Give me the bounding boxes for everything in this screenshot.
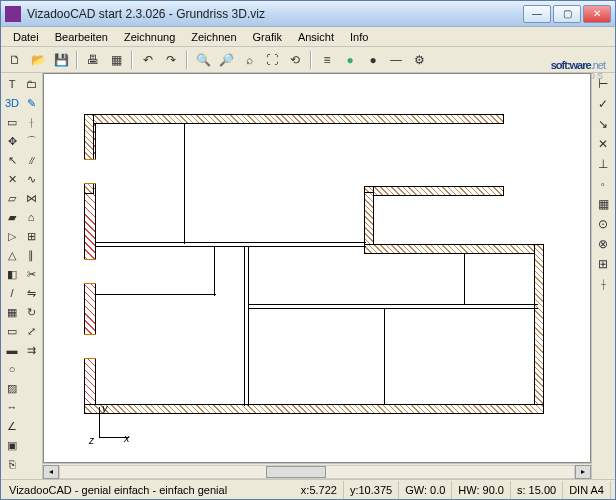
zoom-in-icon[interactable]: 🔍 — [193, 50, 213, 70]
menu-info[interactable]: Info — [342, 29, 376, 45]
maximize-button[interactable]: ▢ — [553, 5, 581, 23]
properties-tool-icon[interactable]: ◧ — [3, 265, 21, 283]
canvas-container: y x z ◂ ▸ — [43, 73, 591, 479]
circle-tool-icon[interactable]: ○ — [3, 360, 21, 378]
window-title: VizadooCAD start 2.3.026 - Grundriss 3D.… — [27, 7, 523, 21]
snap-perp-icon[interactable]: ⊥ — [594, 155, 612, 173]
status-format: DIN A4 — [563, 481, 611, 499]
settings-icon[interactable]: ⚙ — [409, 50, 429, 70]
snap-cross-icon[interactable]: ✕ — [594, 135, 612, 153]
color-black-icon[interactable]: ● — [363, 50, 383, 70]
scale-tool-icon[interactable]: ⤢ — [22, 322, 40, 340]
join-tool-icon[interactable]: ⋈ — [22, 189, 40, 207]
zoom-out-icon[interactable]: 🔎 — [216, 50, 236, 70]
scroll-right-button[interactable]: ▸ — [575, 465, 591, 479]
snap-ruler-icon[interactable]: ⟊ — [594, 275, 612, 293]
status-tagline: VizadooCAD - genial einfach - einfach ge… — [5, 484, 295, 496]
pointer-tool-icon[interactable]: ↖ — [3, 151, 21, 169]
zoom-previous-icon[interactable]: ⟲ — [285, 50, 305, 70]
library-tool-icon[interactable]: 🗀 — [22, 75, 40, 93]
statusbar: VizadooCAD - genial einfach - einfach ge… — [1, 479, 615, 499]
open-file-icon[interactable]: 📂 — [28, 50, 48, 70]
main-area: T 3D ▭ ✥ ↖ ✕ ▱ ▰ ▷ △ ◧ / ▦ ▭ ▬ ○ ▨ ↔ ∠ ▣… — [1, 73, 615, 479]
menu-zeichnung[interactable]: Zeichnung — [116, 29, 183, 45]
snap-center-icon[interactable]: ⊙ — [594, 215, 612, 233]
redo-icon[interactable]: ↷ — [161, 50, 181, 70]
snap-check-icon[interactable]: ✓ — [594, 95, 612, 113]
right-toolbar: ⊢ ✓ ↘ ✕ ⊥ ◦ ▦ ⊙ ⊗ ⊞ ⟊ — [591, 73, 615, 479]
door-tool-icon[interactable]: ⌂ — [22, 208, 40, 226]
insert-tool-icon[interactable]: ⎘ — [3, 455, 21, 473]
rect-fill-tool-icon[interactable]: ▬ — [3, 341, 21, 359]
status-x: x:5.722 — [295, 481, 344, 499]
menu-ansicht[interactable]: Ansicht — [290, 29, 342, 45]
axis-x-label: x — [124, 432, 130, 444]
snap-arrow-icon[interactable]: ↘ — [594, 115, 612, 133]
rect-tool-icon[interactable]: ▭ — [3, 322, 21, 340]
print-icon[interactable]: 🖶 — [83, 50, 103, 70]
zoom-fit-icon[interactable]: ⛶ — [262, 50, 282, 70]
app-window: VizadooCAD start 2.3.026 - Grundriss 3D.… — [0, 0, 616, 500]
selection-tool-icon[interactable]: ▭ — [3, 113, 21, 131]
menu-datei[interactable]: Datei — [5, 29, 47, 45]
measure-tool-icon[interactable]: ⟊ — [22, 113, 40, 131]
triangle-tool-icon[interactable]: △ — [3, 246, 21, 264]
left-toolbar: T 3D ▭ ✥ ↖ ✕ ▱ ▰ ▷ △ ◧ / ▦ ▭ ▬ ○ ▨ ↔ ∠ ▣… — [1, 73, 43, 479]
line-tool-icon[interactable]: / — [3, 284, 21, 302]
app-icon — [5, 6, 21, 22]
angle-dim-tool-icon[interactable]: ∠ — [3, 417, 21, 435]
horizontal-scrollbar[interactable]: ◂ ▸ — [43, 463, 591, 479]
new-file-icon[interactable]: 🗋 — [5, 50, 25, 70]
text-tool-icon[interactable]: T — [3, 75, 21, 93]
menu-grafik[interactable]: Grafik — [245, 29, 290, 45]
axis-y-label: y — [102, 402, 108, 414]
mirror-tool-icon[interactable]: ⇋ — [22, 284, 40, 302]
dimension-tool-icon[interactable]: ↔ — [3, 398, 21, 416]
snap-mid-icon[interactable]: ◦ — [594, 175, 612, 193]
rotate-tool-icon[interactable]: ↻ — [22, 303, 40, 321]
titlebar[interactable]: VizadooCAD start 2.3.026 - Grundriss 3D.… — [1, 1, 615, 27]
list-icon[interactable]: ▦ — [106, 50, 126, 70]
status-gw: GW: 0.0 — [399, 481, 452, 499]
snap-ortho-icon[interactable]: ⊞ — [594, 255, 612, 273]
hatch-tool-icon[interactable]: ▦ — [3, 303, 21, 321]
pen-tool-icon[interactable]: ✎ — [22, 94, 40, 112]
area-tool-icon[interactable]: ▨ — [3, 379, 21, 397]
scroll-thumb[interactable] — [266, 466, 326, 478]
offset-tool-icon[interactable]: ⇉ — [22, 341, 40, 359]
color-circle-icon[interactable]: ● — [340, 50, 360, 70]
move-tool-icon[interactable]: ✥ — [3, 132, 21, 150]
scroll-track[interactable] — [59, 465, 575, 479]
layer-icon[interactable]: ≡ — [317, 50, 337, 70]
scroll-left-button[interactable]: ◂ — [43, 465, 59, 479]
main-toolbar: 🗋 📂 💾 🖶 ▦ ↶ ↷ 🔍 🔎 ⌕ ⛶ ⟲ ≡ ● ● — ⚙ soft:w… — [1, 47, 615, 73]
drawing-canvas[interactable]: y x z — [43, 73, 591, 463]
curve-tool-icon[interactable]: ∿ — [22, 170, 40, 188]
parallel-tool-icon[interactable]: ∥ — [22, 246, 40, 264]
status-y: y:10.375 — [344, 481, 399, 499]
save-file-icon[interactable]: 💾 — [51, 50, 71, 70]
undo-icon[interactable]: ↶ — [138, 50, 158, 70]
zoom-window-icon[interactable]: ⌕ — [239, 50, 259, 70]
menu-bearbeiten[interactable]: Bearbeiten — [47, 29, 116, 45]
axis-z-label: z — [89, 435, 94, 446]
view-3d-icon[interactable]: 3D — [3, 94, 21, 112]
wall-tool-icon[interactable]: ▱ — [3, 189, 21, 207]
minimize-button[interactable]: — — [523, 5, 551, 23]
close-button[interactable]: ✕ — [583, 5, 611, 23]
stairs-tool-icon[interactable]: ⫽ — [22, 151, 40, 169]
block-tool-icon[interactable]: ▣ — [3, 436, 21, 454]
arc-tool-icon[interactable]: ⌒ — [22, 132, 40, 150]
menubar: Datei Bearbeiten Zeichnung Zeichnen Graf… — [1, 27, 615, 47]
status-s: s: 15.00 — [511, 481, 563, 499]
line-style-icon[interactable]: — — [386, 50, 406, 70]
eraser-tool-icon[interactable]: ✕ — [3, 170, 21, 188]
snap-grid-icon[interactable]: ▦ — [594, 195, 612, 213]
trim-tool-icon[interactable]: ✂ — [22, 265, 40, 283]
menu-zeichnen[interactable]: Zeichnen — [183, 29, 244, 45]
status-hw: HW: 90.0 — [452, 481, 511, 499]
window-tool-icon[interactable]: ⊞ — [22, 227, 40, 245]
polygon-tool-icon[interactable]: ▷ — [3, 227, 21, 245]
snap-intersect-icon[interactable]: ⊗ — [594, 235, 612, 253]
wall-tool2-icon[interactable]: ▰ — [3, 208, 21, 226]
